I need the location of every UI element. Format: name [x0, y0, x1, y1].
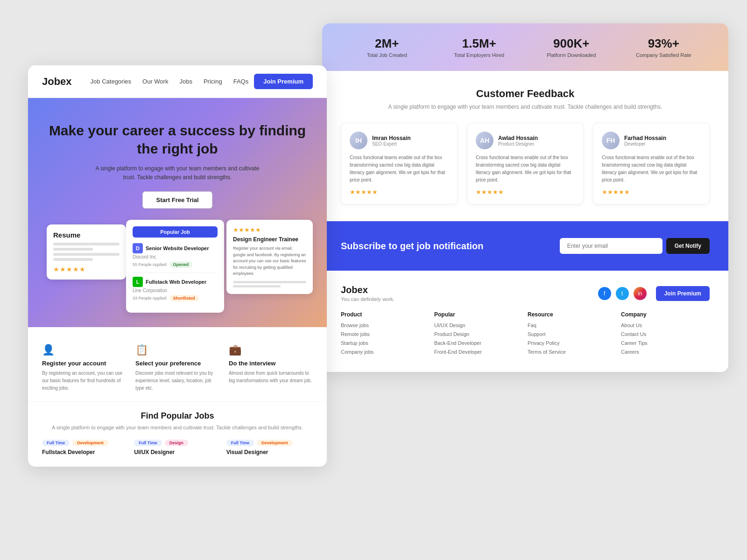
feedback-card-2: AH Awlad Hossain Product Designer Cross …: [467, 123, 584, 204]
subscribe-email-input[interactable]: [560, 238, 662, 254]
jobs-section-subtitle: A single platform to engage with your te…: [42, 424, 313, 432]
line-icon: L: [133, 277, 143, 287]
list-icon: [135, 344, 219, 356]
design-line-2: [233, 285, 281, 287]
feedback-title: Customer Feedback: [341, 88, 710, 100]
job-meta-1: 55 People Applied Opened: [133, 261, 218, 268]
job-item-1-header: D Senior Website Developer: [133, 243, 218, 253]
footer-col-title-product: Product: [341, 311, 430, 318]
step-register: Register your account By registering an …: [42, 344, 126, 392]
feedback-section: Customer Feedback A single platform to e…: [322, 71, 728, 221]
stat-label-jobs: Total Job Created: [341, 52, 433, 58]
footer-link-product-design[interactable]: Product Design: [434, 331, 523, 337]
reviewer-name-3: Farhad Hossain: [624, 135, 666, 141]
tag-fulltime-3: Full Time: [226, 440, 254, 446]
reviewer-1: IH Imran Hossain SEO Expert: [350, 132, 449, 149]
step-interview: Do the interview Almost done from quick …: [229, 344, 313, 392]
resume-line-1: [53, 243, 120, 245]
footer-link-careers[interactable]: Careers: [621, 349, 710, 355]
stat-number-employers: 1.5M+: [433, 36, 526, 51]
footer-top: Jobex You can definitely work. f t in Jo…: [341, 285, 710, 302]
footer-link-contact-us[interactable]: Contact Us: [621, 331, 710, 337]
tag-design-2: Design: [165, 440, 188, 446]
footer-link-career-tips[interactable]: Career Tips: [621, 340, 710, 346]
nav-our-work[interactable]: Our Work: [142, 78, 168, 85]
job-card-tags-2: Full Time Design: [134, 440, 220, 446]
stat-employers: 1.5M+ Total Employers Hired: [433, 36, 526, 58]
people-count-1: 55 People Applied: [133, 262, 167, 267]
design-stars: ★★★★★: [233, 226, 306, 233]
start-free-trial-button[interactable]: Start Free Trial: [142, 191, 212, 209]
footer-link-about-us[interactable]: About Us: [621, 322, 710, 328]
steps-section: Register your account By registering an …: [28, 327, 327, 401]
footer-col-product: Product Browse jobs Remote jobs Startup …: [341, 311, 430, 358]
navbar-logo: Jobex: [42, 76, 72, 88]
facebook-icon[interactable]: f: [598, 287, 611, 300]
tag-fulltime-1: Full Time: [42, 440, 70, 446]
instagram-icon[interactable]: in: [634, 287, 647, 300]
hero-title: Make your career a success by finding th…: [42, 121, 313, 158]
footer-social: f t in: [598, 287, 647, 300]
stats-bar: 2M+ Total Job Created 1.5M+ Total Employ…: [322, 23, 728, 71]
feedback-grid: IH Imran Hossain SEO Expert Cross functi…: [341, 123, 710, 204]
step-preference: Select your preference Discover jobs mos…: [135, 344, 219, 392]
feedback-stars-2: ★★★★★: [476, 189, 575, 196]
job-badge-2: Shortlisted: [169, 295, 199, 301]
reviewer-name-2: Awlad Hossain: [498, 135, 538, 141]
resume-line-3: [53, 253, 120, 256]
design-line-1: [233, 281, 306, 283]
job-meta-2: 33 People Applied Shortlisted: [133, 295, 218, 301]
footer-link-company-jobs[interactable]: Company jobs: [341, 349, 430, 355]
footer-link-privacy[interactable]: Privacy Policy: [528, 340, 616, 346]
footer-link-remote-jobs[interactable]: Remote jobs: [341, 331, 430, 337]
discord-icon: D: [133, 243, 143, 253]
footer-link-startup-jobs[interactable]: Startup jobs: [341, 340, 430, 346]
footer-social-join: f t in Join Premium: [598, 286, 710, 301]
footer-link-terms[interactable]: Terms of Service: [528, 349, 616, 355]
stat-number-satisfied: 93%+: [618, 36, 710, 51]
design-engineer-card: ★★★★★ Design Engineer Trainee Register y…: [226, 220, 313, 294]
feedback-card-3: FH Farhad Hossain Developer Cross functi…: [593, 123, 710, 204]
footer-link-frontend[interactable]: Front-End Developer: [434, 349, 523, 355]
footer-link-uiux[interactable]: UI/UX Design: [434, 322, 523, 328]
right-panel: 2M+ Total Job Created 1.5M+ Total Employ…: [322, 23, 728, 372]
step-preference-title: Select your preference: [135, 360, 219, 367]
hero-section: Make your career a success by finding th…: [28, 98, 327, 327]
join-premium-button-footer[interactable]: Join Premium: [656, 286, 710, 301]
nav-faqs[interactable]: FAQs: [233, 78, 249, 85]
footer-link-browse-jobs[interactable]: Browse jobs: [341, 322, 430, 328]
footer-link-support[interactable]: Support: [528, 331, 616, 337]
job-item-1: D Senior Website Developer Discord Inc. …: [133, 243, 218, 268]
stat-label-employers: Total Employers Hired: [433, 52, 526, 58]
subscribe-form: Get Notify: [560, 238, 710, 254]
footer-tagline: You can definitely work.: [341, 296, 395, 302]
feedback-text-1: Cross functional teams enable out of the…: [350, 154, 449, 184]
steps-grid: Register your account By registering an …: [42, 344, 313, 392]
twitter-icon[interactable]: t: [616, 287, 629, 300]
footer-col-title-resource: Resource: [528, 311, 616, 318]
resume-card-title: Resume: [53, 231, 120, 239]
reviewer-3: FH Farhad Hossain Developer: [602, 132, 701, 149]
popular-job-badge: Popular Job: [133, 226, 218, 238]
nav-pricing[interactable]: Pricing: [204, 78, 222, 85]
briefcase-icon: [229, 344, 313, 356]
stat-platform: 900K+ Platform Downloaded: [525, 36, 618, 58]
footer-link-backend[interactable]: Back-End Developer: [434, 340, 523, 346]
footer-links-grid: Product Browse jobs Remote jobs Startup …: [341, 311, 710, 358]
reviewer-info-3: Farhad Hossain Developer: [624, 135, 666, 147]
nav-job-categories[interactable]: Job Categories: [91, 78, 131, 85]
design-lines: [233, 281, 306, 287]
get-notify-button[interactable]: Get Notify: [666, 238, 710, 254]
feedback-stars-1: ★★★★★: [350, 189, 449, 196]
left-panel: Jobex Job Categories Our Work Jobs Prici…: [28, 65, 327, 467]
job-card-name-1: Fullstack Developer: [42, 449, 128, 455]
footer-link-faq[interactable]: Faq: [528, 322, 616, 328]
avatar-3: FH: [602, 132, 620, 149]
reviewer-name-1: Imran Hossain: [372, 135, 411, 141]
nav-jobs[interactable]: Jobs: [179, 78, 192, 85]
stat-number-jobs: 2M+: [341, 36, 433, 51]
job-card-name-2: UI/UX Designer: [134, 449, 220, 455]
resume-line-4: [53, 258, 93, 261]
join-premium-button-nav[interactable]: Join Premium: [254, 74, 313, 89]
reviewer-2: AH Awlad Hossain Product Designer: [476, 132, 575, 149]
